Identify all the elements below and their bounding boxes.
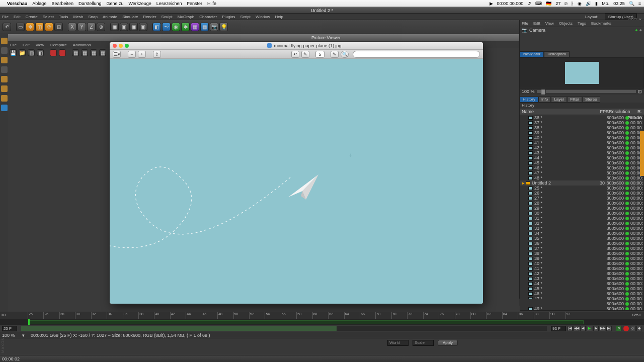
coord-system[interactable]: ⊕ (97, 23, 105, 31)
history-row[interactable]: 45 *800x60000:00: (520, 286, 643, 291)
pv-channel-icon[interactable]: ▦ (99, 49, 106, 56)
next-frame-button[interactable]: ▶ (593, 326, 599, 331)
app-menu[interactable]: Vorschau (7, 1, 27, 6)
menu-item[interactable]: Darstellung (78, 1, 102, 6)
polygon-mode[interactable] (1, 95, 8, 102)
light-tool[interactable]: 💡 (219, 23, 228, 31)
c4d-menu[interactable]: Render (143, 15, 156, 19)
deformer-tool[interactable]: ▦ (191, 23, 199, 31)
edge-mode[interactable] (1, 85, 8, 92)
workplane-mode[interactable] (1, 66, 8, 73)
zoom-icon[interactable] (125, 44, 129, 48)
history-row[interactable]: 39 *800x60000:00: (520, 130, 643, 135)
history-row[interactable]: 27 *800x60000:00: (520, 196, 643, 201)
timeline-track[interactable] (0, 319, 644, 325)
keyframe-button[interactable]: ◆ (636, 326, 642, 331)
pv-ab-b-icon[interactable] (59, 49, 66, 56)
render-settings[interactable]: ▣ (139, 23, 147, 31)
rotate-button[interactable]: ↶ (291, 51, 299, 58)
vp-menu[interactable]: Edit (23, 43, 30, 47)
pv-compare-icon[interactable]: ◧ (37, 49, 44, 56)
menu-item[interactable]: Gehe zu (106, 1, 123, 6)
close-icon[interactable] (113, 44, 117, 48)
history-row[interactable]: 37 *800x60000:00: (520, 120, 643, 125)
vp-menu[interactable]: File (10, 43, 17, 47)
c4d-menu[interactable]: Character (199, 15, 217, 19)
edit-button[interactable]: ✎ (331, 51, 339, 58)
markup-button[interactable]: ✎ (301, 51, 309, 58)
rp-menu[interactable]: File (522, 21, 528, 26)
history-row[interactable]: 37 *800x60000:00: (520, 246, 643, 251)
c4d-menu[interactable]: Mesh (73, 15, 84, 19)
history-row[interactable]: 46 *800x60000:00: (520, 165, 643, 170)
zoom-out-button[interactable]: − (128, 51, 136, 58)
start-frame-field[interactable]: 25 F (2, 326, 17, 331)
date-day[interactable]: Mo. (602, 1, 609, 6)
c4d-menu[interactable]: Snap (88, 15, 98, 19)
select-tool[interactable]: ▭ (16, 23, 25, 31)
zoom-fit-icon[interactable]: ⊡ (638, 89, 642, 94)
c4d-menu[interactable]: Create (26, 15, 38, 19)
menu-item[interactable]: Werkzeuge (129, 1, 151, 6)
history-row[interactable]: 31 *800x60000:00: (520, 216, 643, 221)
c4d-menu[interactable]: Animate (103, 15, 117, 19)
goto-end-button[interactable]: ▶| (606, 326, 612, 331)
tab-histogram[interactable]: Histogram (544, 51, 569, 57)
history-row[interactable]: 36 *800x60000:00: (520, 115, 643, 120)
point-mode[interactable] (1, 76, 8, 82)
c4d-menu[interactable]: File (2, 15, 9, 19)
pv-channel-icon[interactable]: ▦ (72, 49, 79, 56)
sync-icon[interactable]: ↺ (527, 1, 531, 6)
history-row[interactable]: 28 *800x60000:00: (520, 201, 643, 206)
history-row[interactable]: 38 *800x60000:00: (520, 251, 643, 256)
menu-item[interactable]: Fenster (187, 1, 202, 6)
pv-channel-icon[interactable]: ▦ (90, 49, 97, 56)
preview-titlebar[interactable]: minimal-flying-paper-plane (1).jpg (110, 42, 483, 50)
page-field[interactable]: 5 (315, 51, 325, 58)
history-group[interactable]: ▸Untitled 230800x60000:00: (520, 180, 643, 186)
tab-filter[interactable]: Filter (567, 97, 582, 103)
c4d-menu[interactable]: Help (275, 15, 283, 19)
history-row[interactable]: 33 *800x60000:00: (520, 226, 643, 231)
vp-menu[interactable]: Animation (73, 43, 91, 47)
rp-menu[interactable]: Bookmarks (591, 21, 611, 26)
scale-dropdown[interactable]: Scale (413, 340, 434, 346)
pv-open-icon[interactable]: 📁 (19, 49, 26, 56)
prev-frame-button[interactable]: ◀ (580, 326, 586, 331)
spline-tool[interactable]: 〜 (162, 23, 171, 31)
timeline-ruler[interactable]: 30 125 F 2526283032343638404244464850525… (0, 312, 644, 319)
c4d-menu[interactable]: Plugins (222, 15, 235, 19)
history-row[interactable]: 41 *800x60000:00: (520, 266, 643, 271)
next-key-button[interactable]: ▶▶ (600, 326, 605, 331)
tab-info[interactable]: Info (538, 97, 551, 103)
z-axis-lock[interactable]: Z (87, 23, 96, 31)
history-row[interactable]: 44 *800x60000:00: (520, 155, 643, 160)
history-row[interactable]: 40 *800x60000:00: (520, 135, 643, 140)
model-mode[interactable] (1, 38, 8, 44)
end-frame-field[interactable]: 93 F (551, 326, 566, 331)
dropdown-icon[interactable]: ▾ (22, 333, 25, 338)
preview-window[interactable]: minimal-flying-paper-plane (1).jpg ☰▾ − … (110, 42, 483, 304)
tab-history[interactable]: History (520, 97, 538, 103)
pv-histogram-icon[interactable]: ▥ (28, 49, 35, 56)
scale-tool[interactable]: ◫ (35, 23, 44, 31)
menu-item[interactable]: Bearbeiten (51, 1, 73, 6)
search-button[interactable]: 🔍 (341, 51, 349, 58)
history-list[interactable]: 36 *800x60000:00:37 *800x60000:00:38 *80… (520, 115, 644, 311)
pv-ab-a-icon[interactable] (50, 49, 57, 56)
bluetooth-icon[interactable]: ᛒ (571, 1, 574, 6)
history-row[interactable]: 29 *800x60000:00: (520, 206, 643, 211)
c4d-menu[interactable]: Simulate (122, 15, 138, 19)
c4d-menu[interactable]: Tools (59, 15, 68, 19)
history-row[interactable]: 32 *800x60000:00: (520, 221, 643, 226)
pv-save-icon[interactable]: 💾 (10, 49, 17, 56)
c4d-menu[interactable]: Window (256, 15, 270, 19)
c4d-menu[interactable]: Select (43, 15, 54, 19)
tab-layer[interactable]: Layer (551, 97, 567, 103)
y-axis-lock[interactable]: Y (77, 23, 86, 31)
rp-menu[interactable]: Objects (559, 21, 573, 26)
history-row[interactable]: 25 *800x60000:00: (520, 186, 643, 191)
history-row[interactable]: 47 *800x60000:00: (520, 170, 643, 175)
x-axis-lock[interactable]: X (68, 23, 76, 31)
history-row[interactable]: 45 *800x60000:00: (520, 160, 643, 165)
